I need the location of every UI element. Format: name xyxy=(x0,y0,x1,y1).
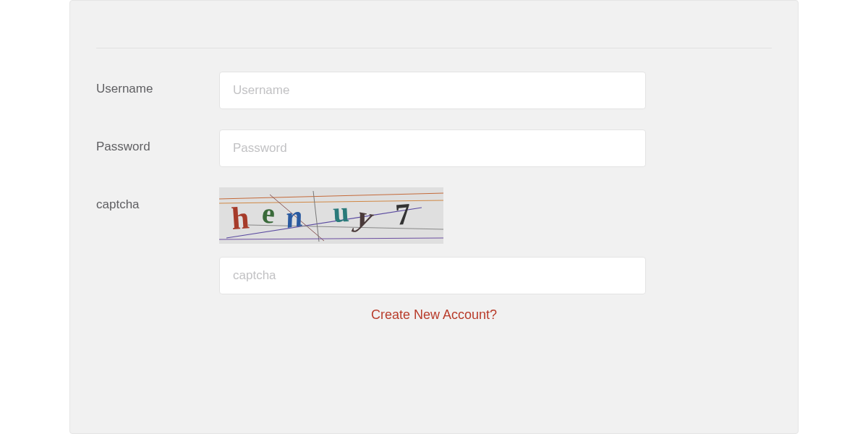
password-row: Password xyxy=(96,129,772,167)
password-label: Password xyxy=(96,129,219,154)
create-account-row: Create New Account? xyxy=(96,307,772,323)
captcha-label: captcha xyxy=(96,187,219,212)
svg-text:u: u xyxy=(332,195,350,229)
page-container: Username Password captcha xyxy=(0,0,868,434)
create-account-link[interactable]: Create New Account? xyxy=(371,307,497,322)
password-input[interactable] xyxy=(219,129,646,167)
captcha-svg: h e n u y 7 xyxy=(219,187,443,244)
username-label: Username xyxy=(96,72,219,96)
captcha-input[interactable] xyxy=(219,257,646,294)
username-field-wrap xyxy=(219,72,646,109)
password-field-wrap xyxy=(219,129,646,167)
username-input[interactable] xyxy=(219,72,646,109)
form-body: Username Password captcha xyxy=(70,48,798,323)
svg-text:7: 7 xyxy=(394,197,412,231)
login-form-card: Username Password captcha xyxy=(69,0,799,434)
captcha-row: captcha h e xyxy=(96,187,772,294)
captcha-input-wrap xyxy=(219,257,646,294)
username-row: Username xyxy=(96,72,772,109)
svg-text:h: h xyxy=(230,200,250,237)
captcha-field-wrap: h e n u y 7 xyxy=(219,187,646,294)
captcha-image: h e n u y 7 xyxy=(219,187,443,244)
